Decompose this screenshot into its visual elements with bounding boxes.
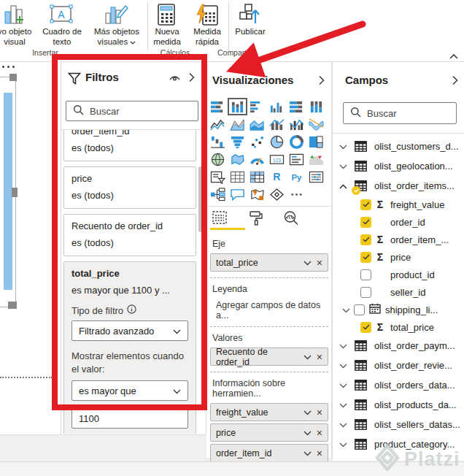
ribbon-chart-icon[interactable] <box>307 116 325 132</box>
remove-field-icon[interactable]: × <box>317 351 322 363</box>
table-icon[interactable] <box>228 169 247 185</box>
chevron-up-icon[interactable] <box>339 180 349 191</box>
fields-tab[interactable] <box>210 209 229 226</box>
mas-objetos-visuales-button[interactable]: Más objetosvisuales <box>86 0 147 51</box>
filter-type-dropdown[interactable]: Filtrado avanzado <box>71 320 188 341</box>
chevron-down-icon[interactable] <box>303 258 312 268</box>
field-checkbox[interactable] <box>354 304 365 315</box>
chevron-down-icon[interactable] <box>339 380 349 391</box>
stacked-bar-chart-icon[interactable] <box>209 99 227 115</box>
fields-tree-table-row[interactable]: olist_products_da... <box>333 395 464 415</box>
field-pill[interactable]: order_item_id× <box>210 444 328 462</box>
filter-card[interactable]: order_item_ides (todos) <box>63 130 196 161</box>
qa-visual-icon[interactable] <box>228 186 247 202</box>
filters-search-box[interactable] <box>66 101 198 121</box>
fields-tree-table-row[interactable]: olist_geolocation... <box>333 156 464 176</box>
filters-search-input[interactable] <box>90 106 191 117</box>
resize-handle-bottom[interactable] <box>8 302 17 309</box>
clustered-bar-chart-icon[interactable] <box>248 99 266 115</box>
chevron-down-icon[interactable] <box>303 428 312 438</box>
fields-search-input[interactable] <box>367 108 449 119</box>
pie-chart-icon[interactable] <box>268 134 286 150</box>
chevron-down-icon[interactable] <box>339 141 349 152</box>
chevron-down-icon[interactable] <box>303 352 312 362</box>
nuevo-objeto-visual-button[interactable]: vo objetovisual <box>0 0 38 51</box>
fields-search-box[interactable] <box>343 102 457 124</box>
donut-chart-icon[interactable] <box>287 134 306 150</box>
field-checkbox[interactable] <box>360 287 371 298</box>
collapse-pane-icon[interactable] <box>452 75 458 88</box>
fields-tree-table-row[interactable]: olist_order_revie... <box>333 356 464 375</box>
stacked-column-chart-icon[interactable] <box>228 99 247 115</box>
nueva-medida-button[interactable]: Nuevamedida <box>148 0 186 51</box>
filters-scrollbar[interactable] <box>198 166 202 232</box>
kpi-icon[interactable] <box>307 151 325 167</box>
slicer-icon[interactable] <box>209 169 227 185</box>
condition1-dropdown[interactable]: es mayor que <box>71 380 188 401</box>
100-stacked-column-chart-icon[interactable] <box>307 99 325 115</box>
fields-tree-field-row[interactable]: Σorder_item_... <box>333 231 464 248</box>
remove-field-icon[interactable]: × <box>317 407 322 418</box>
fields-tree-field-row[interactable]: product_id <box>333 266 464 283</box>
medida-rapida-button[interactable]: Medidarápida <box>186 0 228 51</box>
area-chart-icon[interactable] <box>228 116 247 132</box>
format-tab[interactable] <box>246 209 265 226</box>
fields-tree-table-row[interactable]: olist_sellers_datas... <box>333 415 464 434</box>
line-chart-icon[interactable] <box>209 116 227 132</box>
field-checkbox[interactable] <box>360 217 371 228</box>
fields-tree-field-row[interactable]: shipping_li... <box>333 301 464 318</box>
eye-icon[interactable] <box>169 73 181 86</box>
card-icon[interactable]: 123 <box>268 151 286 167</box>
chevron-down-icon[interactable] <box>339 399 349 410</box>
publicar-button[interactable]: Publicar <box>229 0 271 51</box>
report-canvas[interactable] <box>0 62 61 434</box>
fields-tree-table-row[interactable]: olist_order_paym... <box>333 336 464 356</box>
gauge-icon[interactable] <box>248 151 266 167</box>
resize-handle-top[interactable] <box>9 74 17 81</box>
map-icon[interactable] <box>209 151 227 167</box>
field-pill[interactable]: freight_value× <box>210 403 328 421</box>
chevron-down-icon[interactable] <box>342 304 352 315</box>
chevron-down-icon[interactable] <box>303 407 312 418</box>
fields-tree-field-row[interactable]: Σfreight_value <box>333 196 464 213</box>
field-checkbox[interactable] <box>360 322 371 333</box>
field-checkbox[interactable] <box>360 252 371 263</box>
key-influencers-icon[interactable] <box>307 169 325 185</box>
funnel-chart-icon[interactable] <box>228 134 247 150</box>
python-visual-icon[interactable]: Py <box>287 169 306 185</box>
chevron-down-icon[interactable] <box>339 340 349 351</box>
resize-handle-middle[interactable] <box>12 188 18 197</box>
cuadro-de-texto-button[interactable]: ACuadro detexto <box>38 0 86 51</box>
field-checkbox[interactable] <box>360 199 371 210</box>
chevron-down-icon[interactable] <box>339 360 349 371</box>
chevron-down-icon[interactable] <box>339 439 349 450</box>
fields-tree-field-row[interactable]: seller_id <box>333 283 464 301</box>
stacked-area-chart-icon[interactable] <box>248 116 266 132</box>
field-pill[interactable]: Recuento de order_id× <box>210 348 328 366</box>
filled-map-icon[interactable] <box>228 151 247 167</box>
line-clustered-column-chart-icon[interactable] <box>287 116 306 132</box>
scatter-chart-icon[interactable] <box>248 134 266 150</box>
fields-tree-field-row[interactable]: Σtotal_price <box>333 318 464 336</box>
field-checkbox[interactable] <box>360 234 371 245</box>
visual-options-dots-icon[interactable] <box>2 66 15 68</box>
arcgis-map-icon[interactable] <box>248 186 266 202</box>
multi-row-card-icon[interactable] <box>287 151 306 167</box>
chevron-down-icon[interactable] <box>339 419 349 430</box>
chevron-down-icon[interactable] <box>339 161 349 172</box>
matrix-icon[interactable] <box>248 169 266 185</box>
remove-field-icon[interactable]: × <box>317 257 322 269</box>
analytics-tab[interactable] <box>282 209 301 226</box>
advanced-filter-card[interactable]: total_pricees mayor que 1100 y ...Tipo d… <box>63 261 196 434</box>
filter-card[interactable]: Recuento de order_ides (todos) <box>63 214 196 256</box>
field-pill[interactable]: price× <box>210 423 328 442</box>
line-stacked-column-chart-icon[interactable] <box>268 116 286 132</box>
100-stacked-bar-chart-icon[interactable] <box>287 99 306 115</box>
fields-tree-field-row[interactable]: Σprice <box>333 248 464 266</box>
field-checkbox[interactable] <box>360 269 371 280</box>
fields-tree-table-row[interactable]: olist_order_items... <box>333 176 464 196</box>
collapse-pane-icon[interactable] <box>188 72 195 85</box>
waterfall-chart-icon[interactable] <box>209 134 227 150</box>
treemap-icon[interactable] <box>307 134 325 150</box>
clustered-column-chart-icon[interactable] <box>268 99 286 115</box>
